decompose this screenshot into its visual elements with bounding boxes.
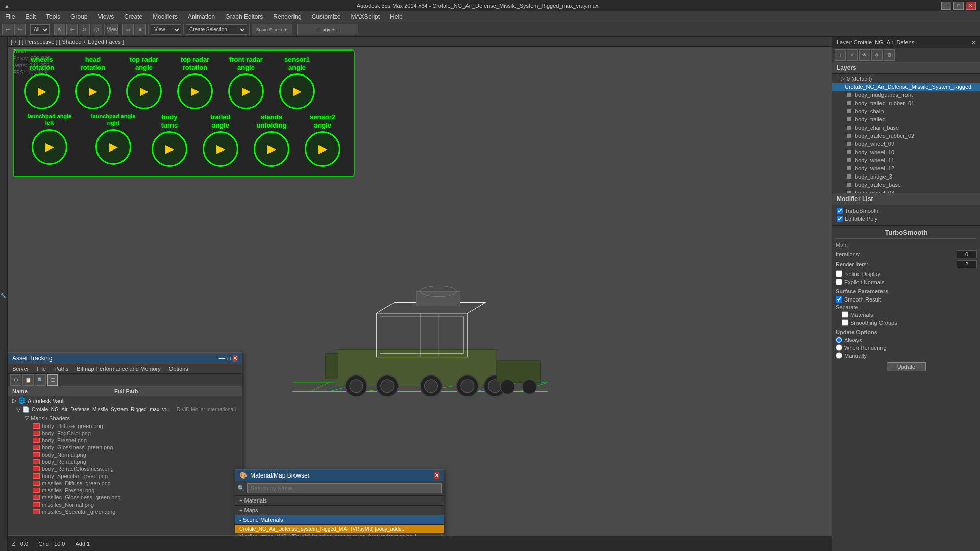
asset-file-5[interactable]: body_Refract.png xyxy=(16,458,242,465)
toolbar-align[interactable]: ≡ xyxy=(135,24,146,35)
mat-search-input[interactable] xyxy=(247,483,442,493)
asset-file-1[interactable]: body_FogColor.png xyxy=(16,430,242,437)
anim-btn-wheels-rotation[interactable]: wheelsrotation ▶ xyxy=(19,56,65,109)
isoline-checkbox[interactable] xyxy=(836,270,842,277)
asset-maximize[interactable]: □ xyxy=(227,355,231,362)
menu-modifiers[interactable]: Modifiers xyxy=(148,11,183,22)
asset-subgroup-maps[interactable]: ▽ Maps / Shaders xyxy=(16,414,242,422)
mat-materials-section[interactable]: + Materials xyxy=(235,496,444,506)
menu-views[interactable]: Views xyxy=(92,11,119,22)
asset-menu-options[interactable]: Options xyxy=(165,364,192,373)
anim-btn-top-radar-rotation[interactable]: top radarrotation ▶ xyxy=(172,56,218,109)
asset-minimize[interactable]: — xyxy=(219,355,225,362)
menu-graph-editors[interactable]: Graph Editors xyxy=(220,11,268,22)
asset-file-6[interactable]: body_RefractGlossiness.png xyxy=(16,465,242,472)
asset-tb-3[interactable]: 🔍 xyxy=(35,374,46,386)
view-select[interactable]: View xyxy=(151,24,181,35)
toolbar-squid[interactable]: Squid Studio ▼ xyxy=(252,24,292,35)
toolbar-layers[interactable]: ⬛ ◀ ▶ + ... xyxy=(297,24,358,35)
layers-new[interactable]: + xyxy=(835,49,846,61)
update-button[interactable]: Update xyxy=(887,362,926,371)
mat-scene-section[interactable]: - Scene Materials xyxy=(235,515,444,525)
asset-file-header[interactable]: ▽ 📄 Crotale_NG_Air_Defense_Missile_Syste… xyxy=(12,405,242,414)
menu-edit[interactable]: Edit xyxy=(20,11,41,22)
anim-btn-top-radar-angle[interactable]: top radarangle ▶ xyxy=(121,56,167,109)
menu-group[interactable]: Group xyxy=(65,11,92,22)
toolbar-select[interactable]: ↖ xyxy=(54,24,65,35)
asset-file-9[interactable]: missiles_Fresnel.png xyxy=(16,487,242,494)
layer-sub-item-12[interactable]: body_wheel_03 xyxy=(832,189,980,193)
asset-file-8[interactable]: missiles_Diffuse_green.png xyxy=(16,480,242,487)
layer-item-default[interactable]: ▷ 0 (default) xyxy=(832,74,980,83)
asset-file-11[interactable]: missiles_Normal.png xyxy=(16,501,242,508)
asset-file-0[interactable]: body_Diffuse_green.png xyxy=(16,422,242,430)
right-panel-close[interactable]: ✕ xyxy=(971,39,976,46)
when-rendering-radio[interactable] xyxy=(836,344,842,351)
anim-btn-head-rotation[interactable]: headrotation ▶ xyxy=(70,56,116,109)
layer-sub-item-9[interactable]: body_wheel_12 xyxy=(832,164,980,172)
layer-sub-item-4[interactable]: body_chain_base xyxy=(832,123,980,132)
asset-file-4[interactable]: body_Normal.png xyxy=(16,451,242,458)
explicit-normals-checkbox[interactable] xyxy=(836,279,842,285)
smoothing-groups-checkbox[interactable] xyxy=(842,319,848,326)
iterations-input[interactable] xyxy=(957,250,977,258)
layer-sub-item-6[interactable]: body_wheel_09 xyxy=(832,140,980,148)
smooth-result-checkbox[interactable] xyxy=(836,296,842,303)
toolbar-mirror[interactable]: ⇔ xyxy=(122,24,134,35)
asset-menu-file[interactable]: File xyxy=(33,364,50,373)
mat-browser-close[interactable]: ✕ xyxy=(434,472,439,479)
menu-rendering[interactable]: Rendering xyxy=(268,11,306,22)
asset-file-7[interactable]: body_Specular_green.png xyxy=(16,472,242,480)
layers-sub-list[interactable]: body_mudguards_frontbody_trailed_rubber_… xyxy=(832,91,980,193)
layer-sub-item-5[interactable]: body_trailed_rubber_02 xyxy=(832,132,980,140)
asset-menu-server[interactable]: Server xyxy=(8,364,33,373)
layers-settings[interactable]: ⚙ xyxy=(884,49,895,61)
asset-menu-bitmap[interactable]: Bitmap Performance and Memory xyxy=(72,364,164,373)
close-button[interactable]: ✕ xyxy=(966,2,976,10)
menu-help[interactable]: Help xyxy=(385,11,408,22)
layer-sub-item-1[interactable]: body_trailed_rubber_01 xyxy=(832,99,980,107)
layers-delete[interactable]: ✕ xyxy=(847,49,858,61)
asset-close[interactable]: ✕ xyxy=(233,355,238,362)
anim-btn-sensor1-angle[interactable]: sensor1angle ▶ xyxy=(274,56,320,109)
toolbar-move[interactable]: ✛ xyxy=(66,24,78,35)
menu-maxscript[interactable]: MAXScript xyxy=(346,11,385,22)
layer-sub-item-8[interactable]: body_wheel_11 xyxy=(832,156,980,164)
toolbar-undo[interactable]: ↩ xyxy=(2,24,13,35)
layers-freeze[interactable]: ❄ xyxy=(871,49,883,61)
mat-maps-section[interactable]: + Maps xyxy=(235,506,444,515)
materials-checkbox[interactable] xyxy=(842,311,848,318)
menu-create[interactable]: Create xyxy=(119,11,148,22)
editable-poly-check[interactable] xyxy=(837,216,843,222)
layer-sub-item-11[interactable]: body_trailed_base xyxy=(832,181,980,189)
menu-tools[interactable]: Tools xyxy=(41,11,65,22)
toolbar-rotate[interactable]: ↻ xyxy=(79,24,90,35)
toolbar-scale[interactable]: ⬡ xyxy=(91,24,102,35)
create-selection[interactable]: Create Selection xyxy=(186,24,247,35)
minimize-button[interactable]: — xyxy=(941,2,951,10)
manually-radio[interactable] xyxy=(836,352,842,359)
asset-tb-1[interactable]: ⚙ xyxy=(10,374,21,386)
asset-file-12[interactable]: missiles_Specular_green.png xyxy=(16,508,242,515)
asset-file-2[interactable]: body_Fresnel.png xyxy=(16,437,242,444)
layer-sub-item-3[interactable]: body_trailed xyxy=(832,115,980,123)
selection-filter[interactable]: All xyxy=(30,24,50,35)
layers-list[interactable]: ▷ 0 (default) Crotale_NG_Air_Defense_Mis… xyxy=(832,74,980,91)
layers-hide[interactable]: 👁 xyxy=(859,49,870,61)
toolbar-ref-coord[interactable]: View xyxy=(107,24,118,35)
toolbar-redo[interactable]: ↪ xyxy=(14,24,26,35)
turbsmooth-check[interactable] xyxy=(837,208,843,214)
anim-btn-front-radar-angle[interactable]: front radarangle ▶ xyxy=(223,56,269,109)
asset-menu-paths[interactable]: Paths xyxy=(50,364,72,373)
menu-file[interactable]: File xyxy=(0,11,20,22)
layer-sub-item-2[interactable]: body_chain xyxy=(832,107,980,115)
render-iters-input[interactable] xyxy=(957,260,977,268)
tool-utilities[interactable]: 🔧 xyxy=(1,293,6,298)
asset-file-3[interactable]: body_Glossiness_green.png xyxy=(16,444,242,451)
layer-sub-item-7[interactable]: body_wheel_10 xyxy=(832,148,980,156)
modifier-turbsmooth[interactable]: TurboSmooth xyxy=(835,207,978,215)
modifier-editable-poly[interactable]: Editable Poly xyxy=(835,215,978,223)
layer-sub-item-10[interactable]: body_bridge_3 xyxy=(832,172,980,181)
menu-animation[interactable]: Animation xyxy=(183,11,220,22)
menu-customize[interactable]: Customize xyxy=(307,11,346,22)
